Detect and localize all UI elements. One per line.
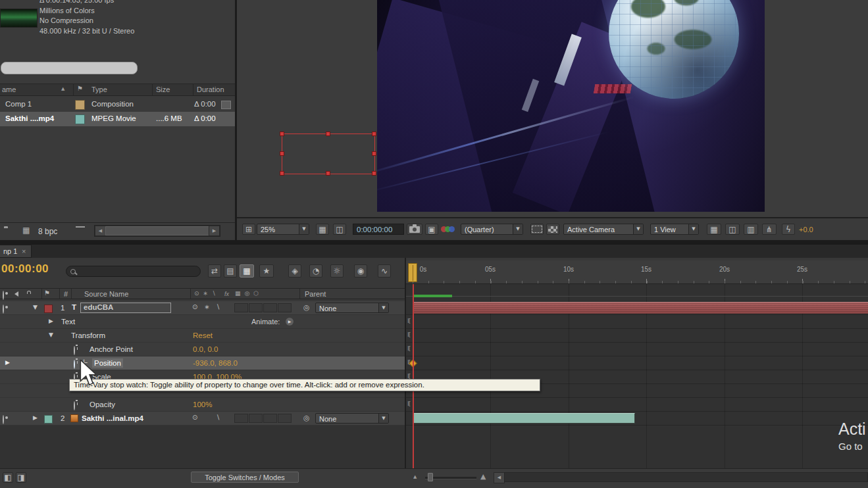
index-column[interactable]: # xyxy=(64,290,68,298)
camera-view-dropdown[interactable]: Active Camera ▼ xyxy=(563,224,644,235)
stopwatch-icon[interactable] xyxy=(74,360,75,369)
reset-link[interactable]: Reset xyxy=(193,331,213,339)
switch-cell[interactable] xyxy=(249,303,263,312)
text-group-row[interactable]: ▶ Text Animate: ▶ I[ xyxy=(0,315,868,329)
current-time-indicator-handle[interactable] xyxy=(408,263,417,282)
layer-name[interactable]: Sakthi ...inal.mp4 xyxy=(82,414,143,422)
zoom-out-mountain-icon[interactable]: ▲ xyxy=(413,475,417,479)
timeline-split-divider[interactable] xyxy=(405,258,406,468)
layer-color-swatch[interactable] xyxy=(44,415,53,424)
layer-list-empty-area[interactable] xyxy=(0,426,405,468)
layer-row-2[interactable]: ▶ 2 Sakthi ...inal.mp4 ⊙ ∖ ◎ None ▼ xyxy=(0,412,868,426)
shy-switch-icon[interactable]: ∖ xyxy=(216,304,220,310)
toggle-switches-pane-icon[interactable]: ◧ xyxy=(3,472,13,483)
selection-handle[interactable] xyxy=(372,151,376,156)
parent-pick-whip-icon[interactable]: ◎ xyxy=(303,414,310,422)
scroll-left-icon[interactable]: ◀ xyxy=(95,226,106,236)
effects-switch-icon[interactable]: ∗ xyxy=(204,304,209,310)
property-value[interactable]: 0.0, 0.0 xyxy=(193,345,218,353)
brainstorm-icon[interactable]: ☼ xyxy=(330,264,344,278)
flag-icon[interactable]: ⚑ xyxy=(77,85,83,92)
stopwatch-icon[interactable] xyxy=(74,346,75,355)
scrollbar-thumb[interactable] xyxy=(105,226,209,235)
interpret-footage-icon[interactable]: ▦ xyxy=(22,226,30,234)
magnification-dropdown[interactable]: 25% ▼ xyxy=(257,224,309,235)
audio-column-icon[interactable] xyxy=(14,291,18,297)
selection-handle[interactable] xyxy=(372,171,376,176)
pixel-aspect-correction-icon[interactable]: ◫ xyxy=(725,224,740,235)
tab-label[interactable]: np 1 xyxy=(3,247,17,255)
project-search-input[interactable] xyxy=(1,62,137,74)
current-time-indicator-line[interactable] xyxy=(413,284,414,468)
frame-blending-icon[interactable]: ◈ xyxy=(288,264,301,278)
live-update-icon[interactable]: ▤ xyxy=(224,264,237,278)
resolution-dropdown[interactable]: (Quarter) ▼ xyxy=(461,224,523,235)
transform-group-row[interactable]: ▼ Transform Reset I[ xyxy=(0,329,868,343)
stopwatch-icon[interactable] xyxy=(74,401,75,410)
scroll-right-icon[interactable]: ▶ xyxy=(209,226,220,236)
item-name[interactable]: Sakthi ....mp4 xyxy=(5,114,54,122)
layer-name-field[interactable]: eduCBA xyxy=(80,303,171,313)
choose-grid-icon[interactable]: ▦ xyxy=(316,224,329,235)
expander-icon[interactable]: ▼ xyxy=(49,332,53,338)
position-row[interactable]: ▶ ∟ Position -936.0, 868.0 I[ xyxy=(0,356,868,370)
view-layout-dropdown[interactable]: 1 View ▼ xyxy=(650,224,699,235)
switch-cell[interactable] xyxy=(263,303,277,312)
label-column-flag-icon[interactable]: ⚑ xyxy=(44,290,50,297)
video-column-eye-icon[interactable] xyxy=(3,291,4,300)
bpc-button[interactable]: 8 bpc xyxy=(38,227,57,236)
project-column-header[interactable]: ame ▲ ⚑ Type Size Duration xyxy=(0,84,235,96)
property-value[interactable]: 100% xyxy=(193,401,212,408)
current-time-display[interactable]: 00:00:00 xyxy=(1,262,49,276)
auto-keyframe-icon[interactable]: ◉ xyxy=(354,264,367,278)
property-value[interactable]: -936.0, 868.0 xyxy=(193,359,238,367)
source-name-column[interactable]: Source Name xyxy=(84,290,128,298)
eye-icon[interactable] xyxy=(3,305,4,314)
switch-cell[interactable] xyxy=(263,414,277,423)
animate-menu-icon[interactable]: ▶ xyxy=(286,318,294,326)
hide-shy-layers-icon[interactable]: ★ xyxy=(259,264,274,278)
layer-selection-box[interactable] xyxy=(282,134,375,174)
layer2-duration-bar[interactable] xyxy=(413,413,635,424)
anchor-point-row[interactable]: Anchor Point 0.0, 0.0 I[ xyxy=(0,343,868,356)
transparency-grid-button[interactable] xyxy=(546,224,559,235)
switch-cell[interactable] xyxy=(234,414,248,423)
grid-options-icon[interactable]: ▦ xyxy=(707,224,721,235)
layer-row-1[interactable]: ▼ 1 T eduCBA ⊙ ∗ ∖ ◎ None ▼ xyxy=(0,301,868,315)
selection-handle[interactable] xyxy=(280,151,284,156)
layer-color-swatch[interactable] xyxy=(44,305,53,313)
selection-handle[interactable] xyxy=(372,132,376,136)
layer1-duration-bar[interactable] xyxy=(413,302,868,314)
composition-viewport[interactable] xyxy=(377,0,765,212)
eye-icon[interactable] xyxy=(3,415,4,424)
parent-dropdown[interactable]: None ▼ xyxy=(315,413,389,424)
preview-time-display[interactable]: 0:00:00:00 xyxy=(353,224,404,235)
toggle-mask-icon[interactable]: ◫ xyxy=(333,224,346,235)
tab-comp1[interactable]: np 1 × xyxy=(0,245,32,258)
quality-switch-icon[interactable]: ⊙ xyxy=(192,304,197,310)
comp-flowchart-icon[interactable]: ⋔ xyxy=(762,224,777,235)
quality-switch-icon[interactable]: ⊙ xyxy=(192,414,197,421)
property-label[interactable]: Anchor Point xyxy=(89,345,133,353)
expander-icon[interactable]: ▶ xyxy=(49,318,53,324)
parent-dropdown[interactable]: None ▼ xyxy=(315,303,389,313)
shy-switch-icon[interactable]: ∖ xyxy=(216,414,220,421)
project-row-comp1[interactable]: Comp 1 Composition Δ 0:00 xyxy=(0,97,235,112)
switch-cell[interactable] xyxy=(234,303,248,312)
switch-cell[interactable] xyxy=(278,303,292,312)
close-icon[interactable]: × xyxy=(22,247,26,255)
toggle-transfer-pane-icon[interactable]: ◨ xyxy=(16,472,26,483)
exposure-value[interactable]: +0.0 xyxy=(799,226,813,233)
expander-icon[interactable]: ▼ xyxy=(33,305,38,310)
zoom-in-mountain-icon[interactable]: ▲ xyxy=(480,473,486,480)
group-label[interactable]: Text xyxy=(61,318,75,326)
motion-blur-icon[interactable]: ◔ xyxy=(309,264,322,278)
property-label[interactable]: Opacity xyxy=(89,401,115,408)
expander-icon[interactable]: ▶ xyxy=(33,415,38,421)
project-horizontal-scrollbar[interactable]: ◀ ▶ xyxy=(94,225,220,237)
fast-previews-icon[interactable]: ϟ xyxy=(782,224,795,235)
snapshot-button[interactable] xyxy=(407,224,422,235)
switch-cell[interactable] xyxy=(278,414,292,423)
column-name[interactable]: ame xyxy=(2,85,16,93)
selection-handle[interactable] xyxy=(280,132,284,136)
